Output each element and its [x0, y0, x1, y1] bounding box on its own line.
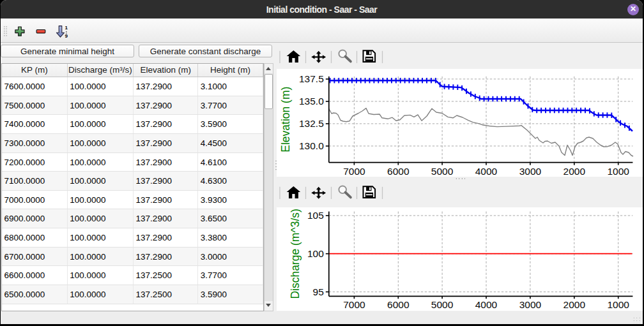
svg-text:1: 1 [65, 25, 68, 31]
svg-text:5000: 5000 [431, 299, 454, 310]
svg-text:7000: 7000 [343, 299, 365, 310]
svg-text:100: 100 [307, 248, 324, 259]
svg-text:105: 105 [307, 210, 324, 221]
svg-text:6000: 6000 [387, 166, 410, 177]
svg-text:132.5: 132.5 [299, 118, 324, 129]
svg-text:4000: 4000 [475, 166, 498, 177]
svg-text:135.0: 135.0 [299, 96, 324, 107]
svg-text:130.0: 130.0 [299, 140, 324, 151]
svg-text:137.5: 137.5 [299, 73, 324, 84]
svg-text:3000: 3000 [519, 299, 542, 310]
svg-text:4000: 4000 [475, 299, 498, 310]
svg-text:5000: 5000 [431, 166, 454, 177]
svg-text:1000: 1000 [607, 166, 629, 177]
svg-text:95: 95 [313, 286, 324, 297]
svg-text:2000: 2000 [564, 166, 586, 177]
svg-text:2000: 2000 [564, 299, 586, 310]
svg-text:Discharge (m^3/s): Discharge (m^3/s) [289, 209, 302, 299]
svg-text:1000: 1000 [607, 299, 629, 310]
svg-text:6000: 6000 [387, 299, 410, 310]
svg-text:3000: 3000 [519, 166, 542, 177]
svg-text:9: 9 [65, 33, 68, 39]
svg-text:Elevation (m): Elevation (m) [279, 87, 292, 152]
svg-text:7000: 7000 [343, 166, 365, 177]
